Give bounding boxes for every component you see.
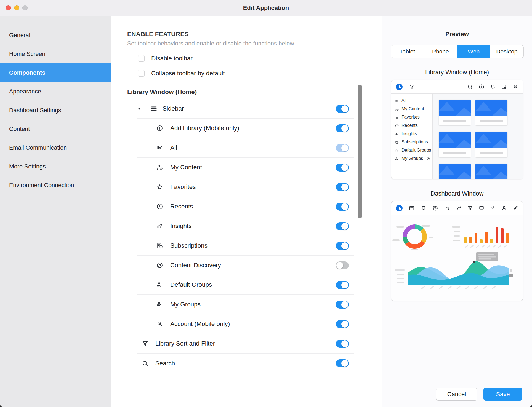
default-groups-toggle[interactable] [336, 281, 349, 289]
content-card [475, 100, 507, 125]
all-toggle[interactable] [336, 144, 349, 152]
content-card-title-placeholder [439, 148, 471, 157]
person-edit-icon [395, 107, 399, 111]
feature-row-subscriptions: Subscriptions [137, 236, 354, 256]
library-preview-title: Library Window (Home) [382, 69, 532, 76]
content-card-thumbnail [439, 100, 471, 116]
pencil-icon [512, 205, 518, 211]
library-preview-toolbar [391, 80, 523, 94]
bar-chart-icon [156, 144, 163, 151]
preview-tab-tablet[interactable]: Tablet [391, 45, 424, 58]
scrollbar-thumb[interactable] [358, 85, 362, 218]
feature-label: Add Library (Mobile only) [170, 125, 239, 132]
person-edit-icon [156, 164, 163, 171]
library-window-preview: AllMy ContentFavoritesRecentsInsightsSub… [391, 80, 523, 179]
star-icon [156, 183, 163, 191]
person-icon [156, 320, 163, 328]
save-button[interactable]: Save [483, 388, 522, 401]
preview-sidebar-item-recents: Recents [395, 121, 432, 130]
add-library-mobile-only--toggle[interactable] [336, 124, 349, 132]
sidebar-item-environment-connection[interactable]: Environment Connection [0, 176, 111, 195]
search-toggle[interactable] [336, 359, 349, 367]
feature-label: Default Groups [170, 281, 212, 288]
disable-toolbar-checkbox[interactable] [138, 55, 145, 62]
components-panel: ENABLE FEATURES Set toolbar behaviors an… [111, 16, 382, 407]
dashboard-preview-title: Dashboard Window [382, 190, 532, 197]
feature-label: My Groups [170, 301, 201, 308]
feature-label: Favorites [170, 183, 196, 191]
insights-icon [395, 132, 399, 136]
feature-row-favorites: Favorites [137, 177, 354, 197]
disclosure-triangle-icon[interactable] [137, 106, 142, 111]
group-dots-icon [156, 301, 163, 308]
preview-tab-web[interactable]: Web [457, 45, 490, 58]
preview-device-tabs: TabletPhoneWebDesktop [391, 45, 524, 58]
sidebar-item-email-communication[interactable]: Email Communication [0, 138, 111, 157]
donut-chart [401, 223, 429, 251]
preview-sidebar-item-favorites: Favorites [395, 113, 432, 121]
funnel-icon [467, 205, 473, 211]
bar-chart-icon [395, 99, 399, 103]
sidebar-item-appearance[interactable]: Appearance [0, 82, 111, 101]
sidebar-item-general[interactable]: General [0, 26, 111, 45]
account-mobile-only--toggle[interactable] [336, 320, 349, 328]
share-icon [490, 205, 496, 211]
content-discovery-toggle[interactable] [336, 261, 349, 269]
library-sort-and-filter-toggle[interactable] [336, 340, 349, 348]
preview-tab-phone[interactable]: Phone [424, 45, 457, 58]
preview-heading: Preview [382, 31, 532, 38]
disable-toolbar-row: Disable toolbar [138, 55, 382, 62]
library-preview-sidebar: AllMy ContentFavoritesRecentsInsightsSub… [391, 94, 433, 179]
collapse-toolbar-row: Collapse toolbar by default [138, 70, 382, 77]
sidebar-item-components[interactable]: Components [0, 63, 111, 82]
cancel-button[interactable]: Cancel [436, 388, 477, 401]
recents-toggle[interactable] [336, 203, 349, 211]
preview-sidebar-item-all: All [395, 97, 432, 105]
clock-icon [156, 203, 163, 210]
feature-row-library-sort-and-filter: Library Sort and Filter [137, 334, 354, 354]
app-logo-icon [396, 205, 403, 212]
favorites-toggle[interactable] [336, 183, 349, 191]
feature-label: Account (Mobile only) [170, 320, 230, 328]
preview-sidebar-label: My Content [401, 106, 424, 111]
preview-sidebar-label: Favorites [401, 115, 420, 120]
collapse-toolbar-checkbox[interactable] [138, 70, 145, 77]
enable-features-subheading: Set toolbar behaviors and enable or disa… [127, 40, 382, 47]
bar-chart-illustration [464, 227, 509, 243]
sidebar-toggle[interactable] [336, 105, 349, 113]
feature-row-content-discovery: Content Discovery [137, 256, 354, 275]
sidebar-item-more-settings[interactable]: More Settings [0, 157, 111, 176]
feature-row-account-mobile-only-: Account (Mobile only) [137, 314, 354, 334]
insights-toggle[interactable] [336, 222, 349, 230]
window-title: Edit Application [0, 4, 532, 12]
sidebar-item-content[interactable]: Content [0, 120, 111, 138]
star-icon [395, 115, 399, 119]
feature-row-recents: Recents [137, 197, 354, 216]
sidebar-item-home-screen[interactable]: Home Screen [0, 45, 111, 63]
preview-sidebar-item-subscriptions: Subscriptions [395, 138, 432, 146]
collapse-toolbar-label: Collapse toolbar by default [151, 70, 225, 77]
enable-features-heading: ENABLE FEATURES [127, 31, 382, 38]
search-icon [467, 84, 473, 90]
insights-icon [156, 223, 163, 230]
my-groups-toggle[interactable] [336, 301, 349, 309]
sidebar-item-dashboard-settings[interactable]: Dashboard Settings [0, 101, 111, 120]
my-content-toggle[interactable] [336, 164, 349, 172]
list-icon [409, 205, 415, 211]
person-icon [501, 205, 507, 211]
preview-panel: Preview TabletPhoneWebDesktop Library Wi… [382, 16, 532, 407]
content-card [439, 100, 471, 125]
dashboard-toolbar-right [467, 205, 518, 211]
feature-row-my-groups: My Groups [137, 295, 354, 314]
subscriptions-toggle[interactable] [336, 242, 349, 250]
preview-tab-desktop[interactable]: Desktop [490, 45, 523, 58]
comment-icon [478, 205, 485, 211]
dashboard-window-preview [391, 201, 523, 301]
content-card [439, 164, 471, 179]
content-card-title-placeholder [475, 116, 507, 125]
library-window-section-heading: Library Window (Home) [127, 89, 382, 96]
feature-row-all: All [137, 138, 354, 158]
content-card [475, 164, 507, 179]
feature-toggle-list: SidebarAdd Library (Mobile only)AllMy Co… [137, 99, 354, 373]
feature-row-search: Search [137, 354, 354, 373]
